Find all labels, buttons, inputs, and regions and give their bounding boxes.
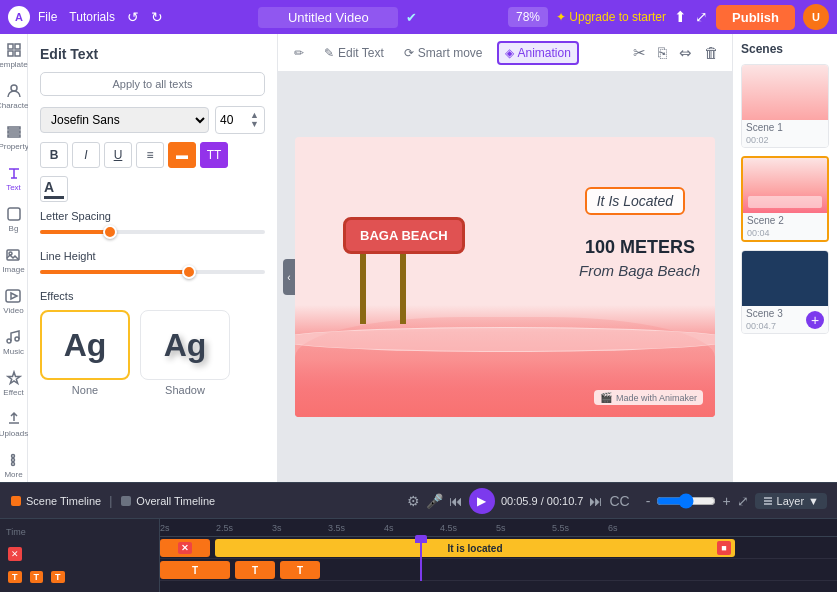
zoom-in-button[interactable]: + xyxy=(722,493,730,509)
sidebar-music[interactable]: Music xyxy=(3,329,24,356)
sidebar-uploads[interactable]: Uploads xyxy=(0,411,28,438)
clip-text-t[interactable]: T xyxy=(160,561,230,579)
skip-back-button[interactable]: ⏮ xyxy=(449,493,463,509)
apply-all-button[interactable]: Apply to all texts xyxy=(40,72,265,96)
clip-text-t2[interactable]: T xyxy=(235,561,275,579)
delete-tool[interactable]: 🗑 xyxy=(701,41,722,64)
svg-rect-6 xyxy=(8,127,20,129)
svg-point-17 xyxy=(12,463,15,466)
collapse-handle[interactable]: ‹ xyxy=(283,259,295,295)
sidebar-character[interactable]: Character xyxy=(0,83,31,110)
italic-button[interactable]: I xyxy=(72,142,100,168)
export-icon-button[interactable]: ⤢ xyxy=(695,8,708,26)
scene-add-button[interactable]: + xyxy=(806,311,824,329)
ruler-row: 2s 2.5s 3s 3.5s 4s 4.5s 5s 5.5s 6s xyxy=(160,519,837,537)
smart-move-label: Smart move xyxy=(418,46,483,60)
letter-spacing-thumb[interactable] xyxy=(103,225,117,239)
letter-spacing-track[interactable] xyxy=(40,230,265,234)
bold-button[interactable]: B xyxy=(40,142,68,168)
scene-thumb-2[interactable]: Scene 2 00:04 xyxy=(741,156,829,242)
effect-none-item[interactable]: Ag None xyxy=(40,310,130,396)
line-height-thumb[interactable] xyxy=(182,265,196,279)
undo-button[interactable]: ↺ xyxy=(123,7,143,27)
play-button[interactable]: ▶ xyxy=(469,488,495,514)
zoom-out-button[interactable]: - xyxy=(646,493,651,509)
font-size-field[interactable] xyxy=(220,113,250,127)
sidebar-templates[interactable]: Templates xyxy=(0,42,32,69)
line-height-track[interactable] xyxy=(40,270,265,274)
sidebar-video[interactable]: Video xyxy=(3,288,23,315)
skip-forward-button[interactable]: ⏭ xyxy=(589,493,603,509)
scene-timeline-label[interactable]: Scene Timeline xyxy=(10,495,101,507)
clip-text-t3[interactable]: T xyxy=(280,561,320,579)
layer-icon xyxy=(763,496,773,506)
scene-thumb-1[interactable]: Scene 1 00:02 xyxy=(741,64,829,148)
upgrade-button[interactable]: ✦ Upgrade to starter xyxy=(556,10,666,24)
pen-tool-button[interactable]: ✏ xyxy=(288,43,310,63)
align-button[interactable]: ≡ xyxy=(136,142,164,168)
svg-rect-7 xyxy=(8,135,20,137)
publish-button[interactable]: Publish xyxy=(716,5,795,30)
clip-orange-1[interactable]: ✕ xyxy=(160,539,210,557)
font-family-select[interactable]: Josefin Sans xyxy=(40,107,209,133)
settings-button[interactable]: ⚙ xyxy=(407,493,420,509)
sidebar-bg[interactable]: Bg xyxy=(6,206,22,233)
text-bg-button[interactable]: ▬ xyxy=(168,142,196,168)
text-located-box[interactable]: It Is Located xyxy=(585,187,685,215)
scene-thumb-3[interactable]: Scene 3 00:04.7 + xyxy=(741,250,829,334)
ruler-6s: 6s xyxy=(608,523,664,533)
scene-1-time: 00:02 xyxy=(742,135,828,147)
flip-tool[interactable]: ⇔ xyxy=(676,41,695,65)
text-color-button[interactable]: A xyxy=(40,176,68,202)
edit-text-label: Edit Text xyxy=(338,46,384,60)
font-size-down[interactable]: ▼ xyxy=(250,120,259,129)
sidebar-text[interactable]: Text xyxy=(6,165,22,192)
overall-timeline-icon xyxy=(120,495,132,507)
font-row: Josefin Sans ▲ ▼ xyxy=(40,106,265,134)
canvas-scene[interactable]: BAGA BEACH It Is Located 100 METERS From… xyxy=(295,137,715,417)
smart-move-tab[interactable]: ⟳ Smart move xyxy=(398,43,489,63)
playhead[interactable] xyxy=(420,537,422,581)
user-avatar: U xyxy=(803,4,829,30)
menu-file[interactable]: File xyxy=(38,10,57,24)
layer-selector[interactable]: Layer ▼ xyxy=(755,493,827,509)
sidebar-property[interactable]: Property xyxy=(0,124,29,151)
text-track-icon-2: T xyxy=(30,571,44,583)
captions-button[interactable]: CC xyxy=(609,493,629,509)
sidebar-image[interactable]: Image xyxy=(2,247,24,274)
svg-point-15 xyxy=(12,455,15,458)
mic-button[interactable]: 🎤 xyxy=(426,493,443,509)
zoom-slider[interactable] xyxy=(656,493,716,509)
expand-button[interactable]: ⤢ xyxy=(737,493,749,509)
svg-rect-0 xyxy=(8,44,13,49)
panel-title: Edit Text xyxy=(40,46,265,62)
letter-spacing-fill xyxy=(40,230,108,234)
share-icon-button[interactable]: ⬆ xyxy=(674,8,687,26)
edit-text-tab[interactable]: ✎ Edit Text xyxy=(318,43,390,63)
sign-poles xyxy=(343,254,423,324)
clip-end-button[interactable]: ■ xyxy=(717,541,731,555)
effect-shadow-item[interactable]: Ag Shadow xyxy=(140,310,230,396)
redo-button[interactable]: ↻ xyxy=(147,7,167,27)
overall-timeline-label[interactable]: Overall Timeline xyxy=(120,495,215,507)
svg-rect-1 xyxy=(15,44,20,49)
zoom-button[interactable]: 78% xyxy=(508,7,548,27)
character-label: Character xyxy=(0,101,31,110)
scene-2-preview xyxy=(743,158,827,213)
clip-it-located[interactable]: It is located ■ xyxy=(215,539,735,557)
animation-tab[interactable]: ◈ Animation xyxy=(497,41,579,65)
underline-button[interactable]: U xyxy=(104,142,132,168)
sidebar-effect[interactable]: Effect xyxy=(3,370,23,397)
property-label: Property xyxy=(0,142,29,151)
svg-rect-18 xyxy=(11,496,21,506)
menu-tutorials[interactable]: Tutorials xyxy=(69,10,115,24)
scissors-tool[interactable]: ✂ xyxy=(630,41,649,65)
templates-label: Templates xyxy=(0,60,32,69)
project-title-input[interactable] xyxy=(258,7,398,28)
ruler-2s: 2s xyxy=(160,523,216,533)
text-transform-button[interactable]: TT xyxy=(200,142,228,168)
effect-shadow-label: Shadow xyxy=(165,384,205,396)
sidebar-more[interactable]: More xyxy=(4,452,22,479)
undo-redo-group: ↺ ↻ xyxy=(123,7,167,27)
copy-tool[interactable]: ⎘ xyxy=(655,41,670,64)
